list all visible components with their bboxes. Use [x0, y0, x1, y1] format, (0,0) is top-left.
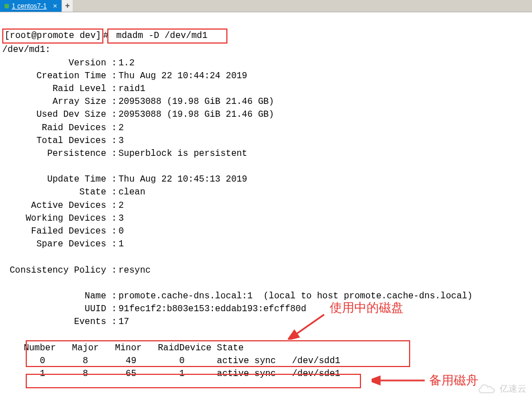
k-spare-devices: Spare Devices [2, 238, 106, 251]
k-consistency-policy: Consistency Policy [2, 264, 106, 277]
colon: : [106, 83, 118, 96]
colon: : [106, 96, 118, 108]
v-version: 1.2 [118, 58, 135, 68]
status-dot-icon [4, 4, 9, 8]
k-raid-level: Raid Level [2, 83, 106, 96]
highlight-active-rows [26, 340, 410, 367]
k-creation-time: Creation Time [2, 70, 106, 83]
colon: : [106, 108, 118, 121]
colon: : [106, 57, 118, 70]
k-raid-devices: Raid Devices [2, 122, 106, 135]
svg-line-0 [294, 315, 324, 335]
v-spare-devices: 1 [118, 239, 124, 249]
k-version: Version [2, 57, 106, 70]
v-name: promote.cache-dns.local:1 (local to host… [118, 291, 473, 301]
v-consistency-policy: resync [118, 265, 151, 275]
colon: : [106, 147, 118, 160]
v-failed-devices: 0 [118, 226, 124, 236]
prompt-text: [root@promote dev] [4, 31, 101, 41]
v-creation-time: Thu Aug 22 10:44:24 2019 [118, 71, 247, 81]
arrow-icon [288, 312, 327, 340]
k-array-size: Array Size [2, 96, 106, 108]
add-tab-button[interactable]: + [61, 0, 73, 12]
v-working-devices: 3 [118, 213, 124, 223]
arrow-icon [372, 374, 428, 387]
command-text: mdadm -D /dev/md1 [116, 31, 207, 41]
colon: : [106, 186, 118, 199]
tab-bar: 1 centos7-1 × + [0, 0, 532, 12]
v-used-dev-size: 20953088 (19.98 GiB 21.46 GB) [118, 110, 274, 120]
v-total-devices: 3 [118, 136, 124, 146]
k-used-dev-size: Used Dev Size [2, 108, 106, 121]
v-uuid: 91fec1f2:b803e153:eddab193:efcff80d [118, 304, 306, 314]
k-active-devices: Active Devices [2, 199, 106, 212]
tab-centos7-1[interactable]: 1 centos7-1 × [0, 0, 61, 12]
device-line: /dev/md1: [2, 45, 50, 55]
k-state: State [2, 186, 106, 199]
v-active-devices: 2 [118, 201, 124, 211]
colon: : [106, 135, 118, 147]
terminal-output: [root@promote dev]# mdadm -D /dev/md1 /d… [0, 12, 532, 395]
watermark: 亿速云 [476, 383, 526, 395]
watermark-text: 亿速云 [500, 383, 526, 395]
annotation-spare: 备用磁舟 [429, 372, 478, 389]
colon: : [106, 70, 118, 83]
colon: : [106, 264, 118, 277]
colon: : [106, 290, 118, 303]
k-uuid: UUID [2, 303, 106, 316]
tab-label: 1 centos7-1 [12, 2, 47, 10]
k-persistence: Persistence [2, 147, 106, 160]
v-update-time: Thu Aug 22 10:45:13 2019 [118, 174, 247, 184]
k-name: Name [2, 290, 106, 303]
close-icon[interactable]: × [53, 2, 58, 10]
k-failed-devices: Failed Devices [2, 225, 106, 238]
k-total-devices: Total Devices [2, 135, 106, 147]
k-update-time: Update Time [2, 173, 106, 186]
shell-prompt: [root@promote dev] [2, 28, 103, 44]
v-raid-level: raid1 [118, 84, 145, 94]
command-box: mdadm -D /dev/md1 [107, 28, 227, 44]
v-raid-devices: 2 [118, 123, 124, 133]
colon: : [106, 303, 118, 316]
colon: : [106, 316, 118, 329]
colon: : [106, 173, 118, 186]
v-array-size: 20953088 (19.98 GiB 21.46 GB) [118, 97, 274, 107]
v-persistence: Superblock is persistent [118, 149, 247, 159]
annotation-in-use: 使用中的磁盘 [330, 299, 403, 316]
highlight-spare-row [26, 374, 361, 388]
colon: : [106, 225, 118, 238]
cloud-icon [476, 383, 496, 395]
k-working-devices: Working Devices [2, 212, 106, 225]
colon: : [106, 212, 118, 225]
colon: : [106, 238, 118, 251]
v-state: clean [118, 187, 145, 197]
colon: : [106, 122, 118, 135]
k-events: Events [2, 316, 106, 329]
colon: : [106, 199, 118, 212]
v-events: 17 [118, 317, 129, 327]
